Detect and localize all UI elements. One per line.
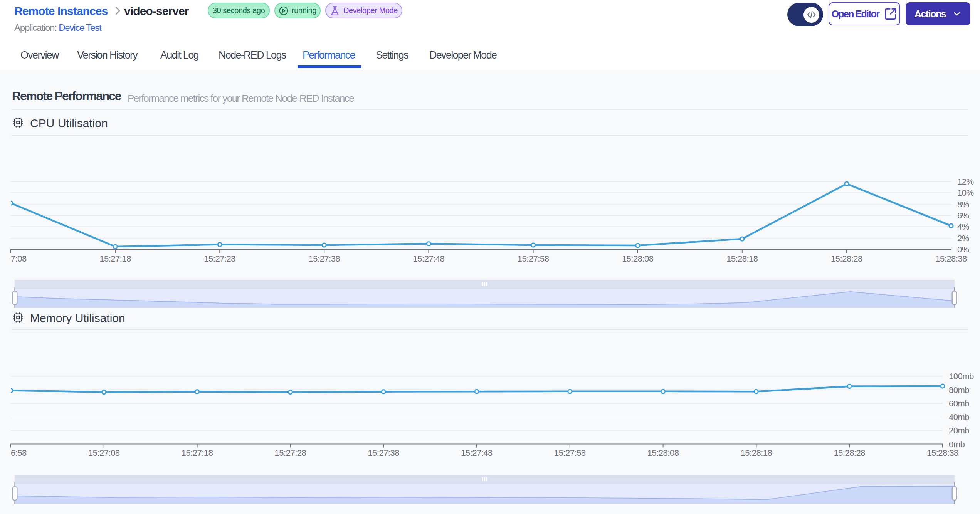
svg-text:15:28:18: 15:28:18 (741, 448, 772, 458)
svg-text:0mb: 0mb (949, 440, 965, 449)
svg-text:0%: 0% (957, 245, 969, 254)
svg-text:15:28:08: 15:28:08 (647, 448, 679, 458)
svg-text:7:08: 7:08 (11, 254, 27, 264)
svg-text:15:28:28: 15:28:28 (834, 448, 865, 458)
svg-text:15:28:38: 15:28:38 (935, 254, 967, 264)
svg-text:10%: 10% (957, 188, 974, 198)
svg-text:15:27:48: 15:27:48 (461, 448, 493, 458)
svg-text:15:27:28: 15:27:28 (275, 448, 306, 458)
svg-text:6:58: 6:58 (11, 448, 27, 458)
svg-text:15:27:48: 15:27:48 (413, 254, 445, 264)
svg-text:2%: 2% (957, 233, 969, 243)
svg-text:15:27:38: 15:27:38 (308, 254, 340, 264)
svg-text:15:27:38: 15:27:38 (368, 448, 399, 458)
svg-text:12%: 12% (957, 177, 974, 186)
svg-text:15:28:38: 15:28:38 (927, 448, 958, 458)
svg-text:15:27:18: 15:27:18 (99, 254, 131, 264)
svg-text:15:27:08: 15:27:08 (88, 448, 120, 458)
svg-text:80mb: 80mb (949, 385, 969, 395)
svg-text:20mb: 20mb (949, 426, 969, 435)
svg-text:15:28:18: 15:28:18 (726, 254, 758, 264)
svg-text:100mb: 100mb (949, 371, 974, 381)
svg-text:6%: 6% (957, 211, 969, 220)
svg-text:8%: 8% (957, 200, 969, 209)
svg-text:15:27:28: 15:27:28 (204, 254, 235, 264)
svg-text:15:28:08: 15:28:08 (622, 254, 654, 264)
svg-text:40mb: 40mb (949, 412, 969, 422)
svg-text:15:27:58: 15:27:58 (554, 448, 586, 458)
svg-text:60mb: 60mb (949, 399, 969, 408)
svg-text:15:27:18: 15:27:18 (182, 448, 213, 458)
svg-text:4%: 4% (957, 222, 969, 232)
svg-text:15:28:28: 15:28:28 (831, 254, 862, 264)
svg-text:15:27:58: 15:27:58 (518, 254, 549, 264)
